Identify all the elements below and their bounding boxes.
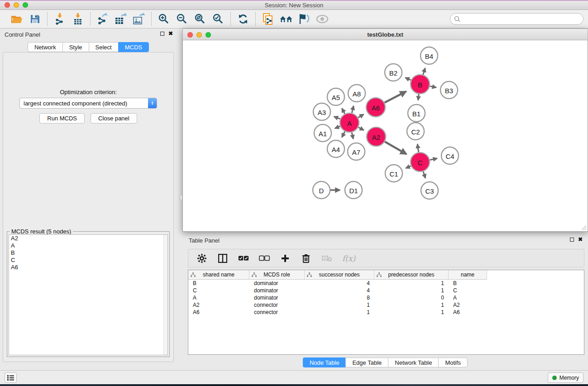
column-header-predecessor-nodes[interactable]: predecessor nodes (374, 270, 449, 280)
search-field[interactable] (450, 13, 583, 25)
refresh-icon[interactable] (236, 12, 250, 26)
column-header-name[interactable]: name (449, 270, 487, 280)
deselect-all-rows-icon[interactable] (259, 253, 270, 264)
graph-node-B1[interactable]: B1 (408, 105, 425, 122)
search-input[interactable] (463, 16, 579, 22)
graph-node-B3[interactable]: B3 (440, 81, 458, 99)
add-column-icon[interactable] (280, 253, 291, 264)
edge-A-A7[interactable] (352, 132, 353, 139)
graph-node-A8[interactable]: A8 (348, 85, 365, 102)
import-network-icon[interactable] (53, 12, 67, 26)
edge-A-A2[interactable] (358, 127, 363, 130)
graph-node-B4[interactable]: B4 (421, 47, 438, 64)
edge-A-A4[interactable] (342, 132, 345, 138)
edge-A2-C[interactable] (385, 142, 406, 154)
edge-B-B1[interactable] (418, 94, 419, 100)
function-builder-icon[interactable]: f(x) (342, 254, 355, 263)
edge-A-A3[interactable] (334, 117, 340, 119)
edge-A-A5[interactable] (342, 108, 344, 114)
table-row[interactable]: Bdominator41B (188, 280, 584, 287)
table-row[interactable]: Cdominator41C (188, 287, 584, 294)
tab-mcds[interactable]: MCDS (118, 42, 149, 52)
graph-node-A2[interactable]: A2 (367, 127, 386, 146)
mcds-result-list[interactable]: A2ABCA6 (9, 234, 168, 355)
graph-node-C1[interactable]: C1 (385, 165, 402, 182)
select-all-rows-icon[interactable] (238, 253, 249, 264)
edge-C-C1[interactable] (406, 166, 411, 168)
task-history-button[interactable] (5, 372, 17, 383)
network-canvas[interactable]: B4B2BB3A5A8A6B1A3AC2A1A2A4A7C4CC1C3DD1 (182, 40, 588, 232)
tab-node-table[interactable]: Node Table (303, 357, 346, 367)
export-network-icon[interactable] (96, 12, 110, 26)
tab-select[interactable]: Select (89, 42, 118, 52)
close-panel-button[interactable]: Close panel (91, 113, 137, 124)
zoom-in-icon[interactable] (157, 12, 171, 26)
edge-C-C2[interactable] (417, 144, 419, 152)
tab-edge-table[interactable]: Edge Table (345, 357, 388, 367)
graph-node-D1[interactable]: D1 (345, 181, 362, 199)
mcds-result-item[interactable]: A6 (9, 264, 167, 271)
edge-C-C4[interactable] (430, 158, 437, 160)
window-resize-grip[interactable] (582, 225, 587, 230)
new-network-from-selection-icon[interactable] (261, 12, 275, 26)
mcds-result-item[interactable]: C (9, 257, 167, 264)
graph-node-A5[interactable]: A5 (327, 88, 344, 105)
edge-A6-B[interactable] (385, 91, 406, 103)
edge-B-B4[interactable] (423, 68, 425, 75)
graph-node-A4[interactable]: A4 (327, 140, 344, 157)
zoom-out-icon[interactable] (175, 12, 189, 26)
column-header-MCDS-role[interactable]: MCDS role (249, 270, 305, 280)
tab-network[interactable]: Network (28, 42, 62, 52)
first-neighbors-icon[interactable] (279, 12, 293, 26)
edge-B-B2[interactable] (405, 78, 411, 81)
graph-node-A1[interactable]: A1 (314, 124, 331, 142)
graph-node-B2[interactable]: B2 (385, 64, 402, 81)
edge-A-A1[interactable] (335, 126, 340, 129)
close-panel-icon[interactable]: ✖ (168, 31, 173, 36)
table-row[interactable]: A6connector11A6 (188, 309, 584, 316)
tab-style[interactable]: Style (62, 42, 89, 52)
graph-node-B[interactable]: B (411, 75, 430, 94)
zoom-selected-icon[interactable] (211, 12, 225, 26)
edge-A-A6[interactable] (358, 114, 363, 118)
mcds-result-item[interactable]: B (9, 249, 167, 257)
open-session-icon[interactable] (10, 12, 24, 26)
settings-gear-icon[interactable] (196, 253, 207, 264)
hide-selected-icon[interactable] (297, 12, 311, 26)
zoom-fit-icon[interactable] (193, 12, 207, 26)
graph-node-C2[interactable]: C2 (407, 123, 424, 140)
close-table-panel-icon[interactable]: ✖ (578, 237, 583, 242)
graph-node-A[interactable]: A (340, 113, 359, 132)
tab-network-table[interactable]: Network Table (388, 357, 438, 367)
graph-node-A3[interactable]: A3 (313, 103, 330, 120)
toggle-column-view-icon[interactable] (217, 253, 228, 264)
graph-node-C[interactable]: C (411, 152, 430, 172)
delete-table-icon[interactable] (321, 253, 332, 264)
edge-B-B3[interactable] (430, 86, 436, 87)
export-table-icon[interactable] (114, 12, 128, 26)
edge-A-A8[interactable] (352, 106, 354, 113)
graph-node-C3[interactable]: C3 (421, 182, 438, 199)
show-all-icon[interactable] (316, 12, 329, 26)
table-row[interactable]: A2connector11A2 (188, 301, 584, 309)
float-panel-icon[interactable] (160, 32, 164, 36)
mcds-result-item[interactable]: A2 (9, 235, 167, 242)
import-table-icon[interactable] (71, 12, 85, 26)
network-graph[interactable]: B4B2BB3A5A8A6B1A3AC2A1A2A4A7C4CC1C3DD1 (183, 40, 588, 231)
network-window-title-bar[interactable]: testGlobe.txt (182, 29, 588, 40)
run-mcds-button[interactable]: Run MCDS (39, 113, 85, 124)
graph-node-A6[interactable]: A6 (366, 98, 385, 117)
export-image-icon[interactable] (132, 12, 146, 26)
tab-motifs[interactable]: Motifs (438, 357, 468, 367)
node-table[interactable]: shared nameMCDS rolesuccessor nodesprede… (188, 270, 584, 355)
graph-node-C4[interactable]: C4 (441, 147, 459, 164)
mcds-list-scrollbar[interactable] (163, 235, 167, 355)
save-session-icon[interactable] (28, 12, 42, 26)
mcds-result-item[interactable]: A (9, 242, 167, 249)
splitter-grip[interactable] (180, 195, 182, 200)
column-header-shared-name[interactable]: shared name (188, 270, 249, 280)
delete-column-icon[interactable] (301, 253, 311, 264)
graph-node-D[interactable]: D (313, 181, 330, 199)
column-header-successor-nodes[interactable]: successor nodes (305, 270, 374, 280)
float-table-panel-icon[interactable] (570, 238, 574, 242)
